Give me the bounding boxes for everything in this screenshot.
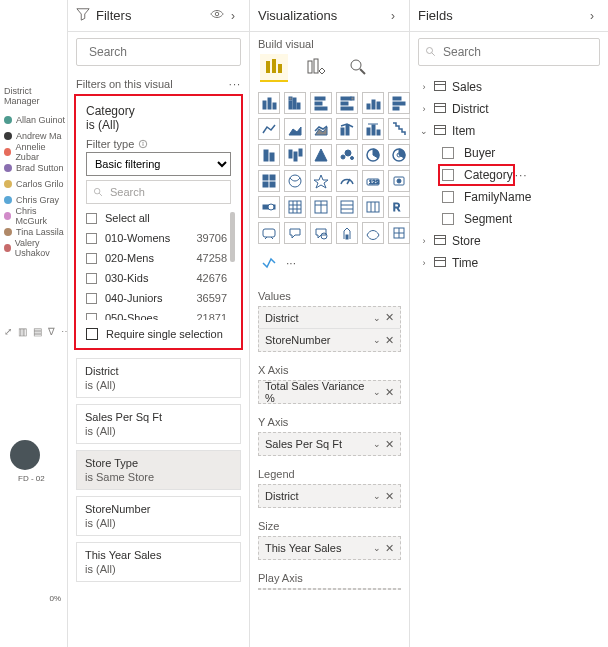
viz-type-button[interactable]	[388, 222, 410, 244]
chevron-right-icon[interactable]: ›	[418, 82, 430, 92]
viz-type-button[interactable]	[362, 144, 384, 166]
collapse-icon[interactable]: ›	[225, 9, 241, 23]
viz-type-button[interactable]	[310, 222, 332, 244]
viz-type-button[interactable]	[258, 92, 280, 114]
viz-type-button[interactable]	[336, 170, 358, 192]
require-single-selection[interactable]: Require single selection	[86, 328, 231, 340]
viz-type-button[interactable]	[284, 144, 306, 166]
legend-item[interactable]: Allan Guinot	[0, 112, 67, 128]
viz-type-button[interactable]	[362, 196, 384, 218]
table-node[interactable]: ›Time	[414, 252, 604, 274]
filter-value-row[interactable]: 010-Womens39706	[86, 228, 237, 248]
viz-type-button[interactable]	[336, 222, 358, 244]
checkbox-icon[interactable]	[442, 191, 454, 203]
field-well-item[interactable]: District⌄✕	[259, 307, 400, 329]
legend-item[interactable]: Chris McGurk	[0, 208, 67, 224]
viz-type-button[interactable]	[258, 196, 280, 218]
field-well[interactable]: Total Sales Variance %⌄✕	[258, 380, 401, 404]
viz-type-button[interactable]	[310, 118, 332, 140]
remove-icon[interactable]: ✕	[385, 334, 394, 347]
viz-type-button[interactable]	[336, 118, 358, 140]
checkbox-icon[interactable]	[86, 253, 97, 264]
checkbox-icon[interactable]	[442, 213, 454, 225]
field-item[interactable]: Buyer	[414, 142, 604, 164]
viz-type-button[interactable]	[284, 196, 306, 218]
filter-card[interactable]: StoreNumberis (All)	[76, 496, 241, 536]
legend-item[interactable]: Annelie Zubar	[0, 144, 67, 160]
filter-card[interactable]: Sales Per Sq Ftis (All)	[76, 404, 241, 444]
viz-type-button[interactable]	[258, 144, 280, 166]
filter-values-search[interactable]: Search	[86, 180, 231, 204]
collapse-icon[interactable]: ›	[385, 9, 401, 23]
checkbox-icon[interactable]	[442, 147, 454, 159]
filter-value-row[interactable]: 050-Shoes21871	[86, 308, 237, 320]
viz-type-button[interactable]	[336, 144, 358, 166]
viz-type-button[interactable]	[362, 222, 384, 244]
field-well-item[interactable]: District⌄✕	[259, 485, 400, 507]
collapse-icon[interactable]: ›	[584, 9, 600, 23]
checkbox-icon[interactable]	[86, 313, 97, 321]
fields-search-input[interactable]	[443, 45, 593, 59]
chevron-right-icon[interactable]: ›	[418, 258, 430, 268]
build-visual-tab[interactable]	[260, 54, 288, 82]
filter-value-row[interactable]: 030-Kids42676	[86, 268, 237, 288]
format-visual-tab[interactable]	[302, 54, 330, 82]
field-item-highlighted[interactable]: Category	[438, 164, 515, 186]
chevron-right-icon[interactable]: ›	[418, 236, 430, 246]
viz-type-button[interactable]	[336, 92, 358, 114]
viz-type-button[interactable]	[388, 170, 410, 192]
legend-item[interactable]: Brad Sutton	[0, 160, 67, 176]
table-node[interactable]: ⌄Item	[414, 120, 604, 142]
viz-type-button[interactable]	[310, 170, 332, 192]
field-well[interactable]	[258, 588, 401, 590]
table-node[interactable]: ›Sales	[414, 76, 604, 98]
viz-type-button[interactable]	[362, 118, 384, 140]
more-icon[interactable]: ···	[229, 78, 241, 90]
field-item[interactable]: FamilyName	[414, 186, 604, 208]
filter-card[interactable]: This Year Salesis (All)	[76, 542, 241, 582]
chevron-down-icon[interactable]: ⌄	[373, 335, 381, 345]
remove-icon[interactable]: ✕	[385, 438, 394, 451]
more-icon[interactable]: ···	[286, 256, 296, 270]
chevron-down-icon[interactable]: ⌄	[373, 439, 381, 449]
legend-item[interactable]: Carlos Grilo	[0, 176, 67, 192]
field-well[interactable]: District⌄✕StoreNumber⌄✕	[258, 306, 401, 352]
table-node[interactable]: ›Store	[414, 230, 604, 252]
field-well[interactable]: Sales Per Sq Ft⌄✕	[258, 432, 401, 456]
viz-type-button[interactable]	[284, 118, 306, 140]
filter-card[interactable]: Districtis (All)	[76, 358, 241, 398]
viz-type-button[interactable]: 123	[362, 170, 384, 192]
remove-icon[interactable]: ✕	[385, 542, 394, 555]
checkbox-icon[interactable]	[86, 213, 97, 224]
viz-type-button[interactable]	[362, 92, 384, 114]
analytics-tab[interactable]	[344, 54, 372, 82]
field-well-item[interactable]: Sales Per Sq Ft⌄✕	[259, 433, 400, 455]
filters-search[interactable]	[76, 38, 241, 66]
chevron-down-icon[interactable]: ⌄	[373, 387, 381, 397]
chevron-down-icon[interactable]: ⌄	[373, 491, 381, 501]
legend-item[interactable]: Valery Ushakov	[0, 240, 67, 256]
more-icon[interactable]: ···	[515, 168, 534, 182]
viz-type-button[interactable]	[388, 144, 410, 166]
checkbox-icon[interactable]	[86, 293, 97, 304]
viz-type-button[interactable]	[284, 170, 306, 192]
field-well-item[interactable]: This Year Sales⌄✕	[259, 537, 400, 559]
viz-type-button[interactable]	[310, 92, 332, 114]
field-well-item[interactable]: StoreNumber⌄✕	[259, 329, 400, 351]
field-well-item[interactable]: Total Sales Variance %⌄✕	[259, 381, 400, 403]
viz-type-button[interactable]	[258, 222, 280, 244]
chevron-down-icon[interactable]: ⌄	[373, 313, 381, 323]
checkbox-icon[interactable]	[86, 233, 97, 244]
filter-value-row[interactable]: 040-Juniors36597	[86, 288, 237, 308]
filter-value-row[interactable]: Select all	[86, 208, 237, 228]
eye-icon[interactable]	[209, 7, 225, 24]
filters-search-input[interactable]	[89, 45, 239, 59]
field-item[interactable]: Segment	[414, 208, 604, 230]
viz-type-extra[interactable]	[258, 252, 280, 274]
checkbox-icon[interactable]	[442, 169, 454, 181]
viz-type-button[interactable]: R	[388, 196, 410, 218]
fields-search[interactable]	[418, 38, 600, 66]
viz-type-button[interactable]	[258, 118, 280, 140]
viz-type-button[interactable]	[284, 92, 306, 114]
filter-value-row[interactable]: 020-Mens47258	[86, 248, 237, 268]
